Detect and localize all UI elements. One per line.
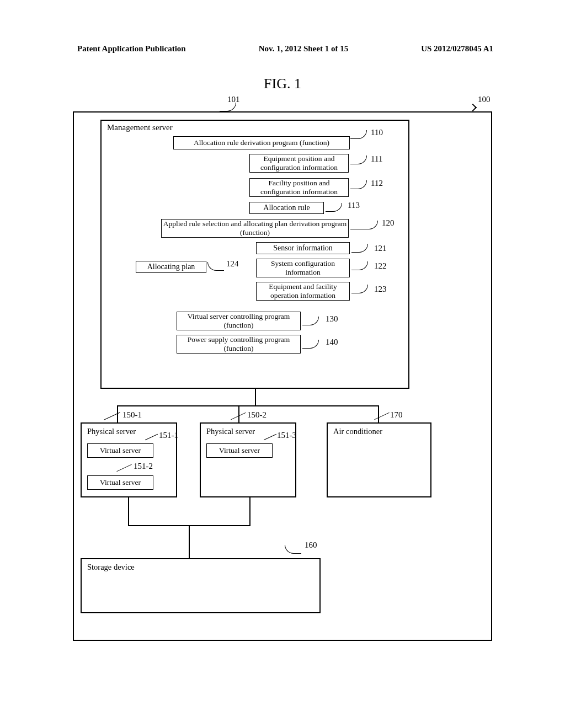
conn-ps2-down [249, 497, 250, 525]
label-113: 113 [348, 201, 360, 210]
page-header: Patent Application Publication Nov. 1, 2… [0, 0, 565, 59]
lead-101 [220, 103, 236, 111]
label-151-2: 151-2 [134, 462, 153, 471]
conn-ps1-down [128, 497, 129, 525]
label-112: 112 [371, 179, 383, 188]
label-151-1: 151-1 [159, 431, 178, 440]
label-130: 130 [326, 314, 338, 324]
header-left: Patent Application Publication [77, 44, 186, 53]
label-151-3: 151-3 [277, 431, 296, 440]
box-130: Virtual server controlling program (func… [177, 312, 301, 330]
conn-v-storage [189, 525, 190, 558]
label-150-1: 150-1 [122, 410, 142, 420]
label-100: 100 [478, 95, 491, 104]
conn-v-main [255, 389, 256, 405]
management-server-title: Management server [107, 123, 173, 132]
label-124: 124 [226, 259, 239, 269]
header-center: Nov. 1, 2012 Sheet 1 of 15 [259, 44, 349, 53]
arrow-100 [469, 104, 477, 111]
conn-h-main [117, 405, 379, 406]
virtual-server-1: Virtual server [87, 443, 153, 458]
box-121: Sensor information [256, 242, 350, 254]
figure-title: FIG. 1 [0, 76, 565, 92]
box-111: Equipment position and configuration inf… [249, 154, 349, 173]
label-150-2: 150-2 [247, 410, 266, 420]
virtual-server-2: Virtual server [87, 475, 153, 490]
label-122: 122 [374, 261, 387, 271]
header-right: US 2012/0278045 A1 [421, 44, 493, 53]
label-160: 160 [305, 540, 317, 550]
physical-server-1-title: Physical server [87, 427, 136, 436]
label-120: 120 [382, 218, 395, 228]
conn-v3 [378, 405, 379, 422]
storage-device-title: Storage device [87, 563, 135, 572]
box-113: Allocation rule [249, 202, 324, 214]
air-conditioner-title: Air conditioner [333, 427, 382, 436]
label-123: 123 [374, 285, 387, 294]
box-110: Allocation rule derivation program (func… [173, 136, 350, 149]
box-112: Facility position and configuration info… [249, 178, 349, 197]
box-120: Applied rule selection and allocating pl… [161, 219, 349, 238]
box-123: Equipment and facility operation informa… [256, 282, 350, 301]
conn-v2 [238, 405, 239, 422]
storage-device: Storage device [81, 558, 321, 613]
box-140: Power supply controlling program (functi… [177, 335, 301, 354]
label-140: 140 [326, 338, 338, 347]
label-121: 121 [374, 244, 387, 253]
diagram: 101 100 Management server Allocation rul… [73, 95, 492, 657]
box-124: Allocating plan [136, 261, 206, 273]
label-170: 170 [390, 410, 403, 420]
air-conditioner: Air conditioner [327, 422, 431, 497]
label-110: 110 [371, 128, 383, 137]
box-122: System configuration information [256, 259, 350, 277]
physical-server-2-title: Physical server [206, 427, 255, 436]
label-111: 111 [371, 154, 382, 164]
virtual-server-3: Virtual server [206, 443, 273, 458]
